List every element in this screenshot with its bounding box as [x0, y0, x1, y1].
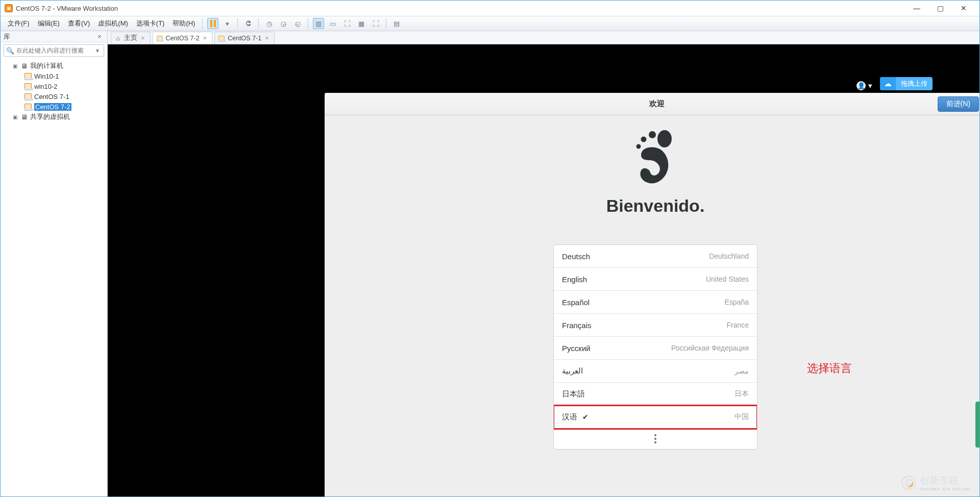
svg-point-3: [636, 144, 641, 149]
tab-home[interactable]: ⌂ 主页 ×: [111, 32, 151, 44]
language-row[interactable]: EnglishUnited States: [554, 268, 757, 291]
accessibility-icon[interactable]: 👤: [856, 81, 866, 90]
tree-label: 我的计算机: [30, 61, 63, 70]
tree-vm-win10-1[interactable]: Win10-1: [3, 71, 107, 81]
tab-bar: ⌂ 主页 × CentOS 7-2 × CentOS 7-1 ×: [108, 31, 979, 44]
vm-icon: [218, 35, 225, 42]
maximize-button[interactable]: ▢: [928, 1, 952, 16]
tab-label: 主页: [124, 34, 137, 42]
minimize-button[interactable]: —: [905, 1, 928, 16]
library-search-input[interactable]: [16, 47, 93, 54]
toolbar-revert-button[interactable]: ◶: [278, 18, 289, 29]
dropdown-icon[interactable]: ▾: [868, 81, 872, 90]
search-dropdown[interactable]: ▼: [93, 48, 102, 54]
language-row[interactable]: DeutschDeutschland: [554, 245, 757, 268]
library-tree: ▣ 🖥 我的计算机 Win10-1 win10-2 CentOS 7-1: [1, 59, 107, 124]
language-region: United States: [706, 275, 749, 283]
language-name: Deutsch: [562, 252, 590, 261]
welcome-heading: Bienvenido.: [606, 196, 705, 216]
vm-icon: [24, 72, 32, 80]
language-row[interactable]: 汉语✔中国: [554, 406, 757, 429]
language-region: Deutschland: [709, 252, 749, 260]
tree-root-my-computer[interactable]: ▣ 🖥 我的计算机: [3, 61, 107, 71]
language-name: English: [562, 275, 587, 284]
toolbar-manage-snap-button[interactable]: ◵: [292, 18, 303, 29]
vm-icon: [24, 103, 32, 111]
dialog-header: 欢迎 前进(N): [325, 93, 979, 115]
cloud-icon: ☁: [880, 77, 896, 90]
tab-close-button[interactable]: ×: [140, 34, 146, 42]
vm-icon: [24, 92, 32, 101]
computer-icon: 🖥: [20, 62, 28, 70]
gnome-topbar-right: 👤 ▾: [856, 81, 872, 90]
library-header: 库 ×: [1, 31, 107, 42]
tab-close-button[interactable]: ×: [264, 34, 270, 42]
tree-label: 共享的虚拟机: [30, 112, 70, 121]
toolbar-snapshot-button[interactable]: ◷: [263, 18, 275, 29]
close-button[interactable]: ✕: [952, 1, 975, 16]
toolbar-fullscreen-button[interactable]: ⛶: [370, 18, 381, 29]
tree-label: CentOS 7-2: [34, 103, 71, 111]
tab-close-button[interactable]: ×: [202, 34, 208, 42]
menu-edit[interactable]: 编辑(E): [34, 17, 64, 30]
menu-help[interactable]: 帮助(H): [168, 17, 199, 30]
language-name: العربية: [562, 366, 583, 376]
menu-tabs[interactable]: 选项卡(T): [132, 17, 169, 30]
gnome-welcome-dialog: 欢迎 前进(N): [325, 93, 979, 496]
language-name: Español: [562, 298, 590, 307]
right-tab-handle[interactable]: [975, 402, 979, 448]
tree-label: win10-2: [34, 83, 58, 90]
window-title: CentOS 7-2 - VMware Workstation: [16, 5, 118, 12]
upload-label: 拖拽上传: [896, 77, 933, 90]
shared-icon: 🖥: [20, 113, 28, 121]
svg-point-2: [641, 137, 647, 142]
menu-file[interactable]: 文件(F): [4, 17, 34, 30]
toolbar-stretch-button[interactable]: ⛶: [341, 18, 353, 29]
language-name: Français: [562, 321, 592, 330]
menu-view[interactable]: 查看(V): [64, 17, 94, 30]
tree-vm-win10-2[interactable]: win10-2: [3, 81, 107, 91]
toolbar-console-button[interactable]: ▭: [327, 18, 338, 29]
toolbar-library-button[interactable]: ▤: [391, 18, 402, 29]
language-name: Русский: [562, 344, 591, 353]
language-name: 日本語: [562, 389, 585, 399]
tab-label: CentOS 7-1: [228, 35, 261, 42]
tree-vm-centos7-1[interactable]: CentOS 7-1: [3, 91, 107, 102]
tab-centos7-1[interactable]: CentOS 7-1 ×: [214, 32, 275, 44]
check-icon: ✔: [582, 413, 589, 421]
more-icon: [654, 434, 656, 444]
toolbar-send-cad-button[interactable]: ⮈: [242, 18, 254, 29]
toolbar-unity-button[interactable]: ▦: [356, 18, 367, 29]
dialog-title: 欢迎: [377, 99, 938, 109]
next-button[interactable]: 前进(N): [938, 96, 979, 112]
menu-vm[interactable]: 虚拟机(M): [94, 17, 132, 30]
language-list: DeutschDeutschlandEnglishUnited StatesEs…: [553, 244, 757, 450]
tree-twisty-icon: ▣: [12, 63, 18, 69]
window-titlebar: ▣ CentOS 7-2 - VMware Workstation — ▢ ✕: [1, 1, 979, 16]
library-search[interactable]: 🔍 ▼: [4, 44, 104, 57]
tab-label: CentOS 7-2: [166, 35, 200, 42]
tree-vm-centos7-2[interactable]: CentOS 7-2: [3, 102, 107, 112]
tab-centos7-2[interactable]: CentOS 7-2 ×: [153, 32, 213, 44]
language-row[interactable]: العربيةمصر: [554, 360, 757, 383]
app-icon: ▣: [5, 4, 13, 12]
toolbar-power-dropdown[interactable]: ▾: [222, 18, 233, 29]
pause-vm-button[interactable]: [207, 18, 218, 29]
language-more-button[interactable]: [554, 429, 757, 449]
language-region: 中国: [734, 412, 749, 421]
language-row[interactable]: EspañolEspaña: [554, 291, 757, 314]
language-row[interactable]: РусскийРоссийская Федерация: [554, 337, 757, 360]
toolbar-thumbnail-button[interactable]: ▥: [313, 18, 324, 29]
upload-badge[interactable]: ☁ 拖拽上传: [880, 77, 933, 90]
language-row[interactable]: 日本語日本: [554, 383, 757, 406]
watermark-text: 创新互联: [920, 475, 959, 486]
language-row[interactable]: FrançaisFrance: [554, 314, 757, 337]
language-region: Российская Федерация: [671, 344, 749, 352]
tree-shared-vms[interactable]: ▣ 🖥 共享的虚拟机: [3, 112, 107, 122]
tree-label: Win10-1: [34, 72, 59, 80]
watermark: C 创新互联 CHUANG XIN HULIAN: [901, 474, 970, 491]
home-icon: ⌂: [114, 35, 121, 42]
svg-point-1: [649, 131, 656, 138]
watermark-sub: CHUANG XIN HULIAN: [920, 487, 970, 491]
library-close-button[interactable]: ×: [95, 33, 104, 40]
